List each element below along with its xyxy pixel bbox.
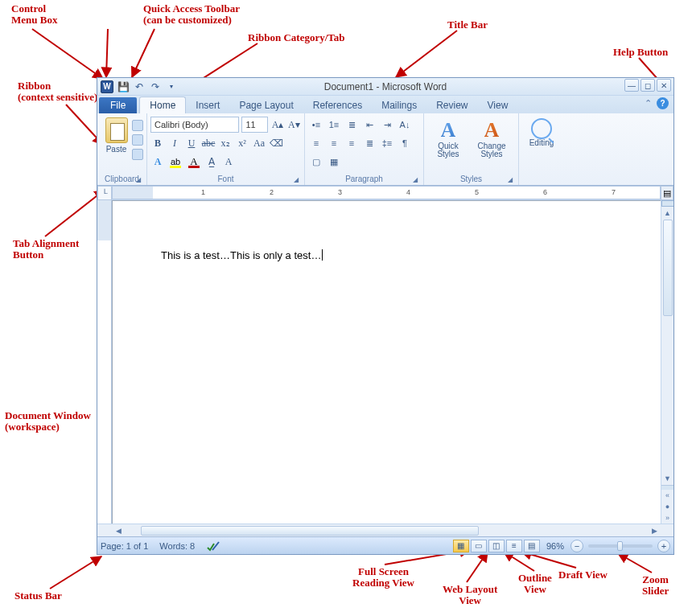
underline-button[interactable]: U <box>184 135 199 151</box>
title-bar: W 💾 ↶ ↷ ▾ Document1 - Microsoft Word — ◻… <box>97 78 673 96</box>
draft-view-button[interactable]: ▤ <box>524 540 540 552</box>
change-styles-button[interactable]: A ChangeStyles <box>471 118 513 158</box>
scroll-left-button[interactable]: ◀ <box>112 524 125 537</box>
font-color-button[interactable]: A <box>186 154 202 169</box>
help-button[interactable]: ? <box>657 97 669 109</box>
bold-button[interactable]: B <box>150 135 165 151</box>
show-marks-button[interactable]: ¶ <box>397 135 413 151</box>
anno-weblayout: Web LayoutView <box>443 584 497 607</box>
vertical-ruler[interactable] <box>97 200 112 524</box>
scroll-right-button[interactable]: ▶ <box>648 524 661 537</box>
quick-styles-button[interactable]: A QuickStyles <box>427 118 469 158</box>
print-layout-view-button[interactable]: ▦ <box>453 540 469 552</box>
page[interactable]: This is a test…This is only a test… <box>112 200 661 524</box>
sort-button[interactable]: A↓ <box>397 117 413 133</box>
increase-indent-button[interactable]: ⇥ <box>379 117 395 133</box>
outline-view-button[interactable]: ≡ <box>506 540 522 552</box>
tab-insert[interactable]: Insert <box>186 97 229 113</box>
cut-icon[interactable] <box>132 120 143 131</box>
line-spacing-button[interactable]: ‡≡ <box>379 135 395 151</box>
zoom-slider[interactable] <box>588 544 653 548</box>
document-area: This is a test…This is only a test… ▲ ▼ … <box>97 200 673 524</box>
tab-review[interactable]: Review <box>426 97 477 113</box>
horizontal-ruler[interactable]: 1 2 3 4 5 6 7 <box>112 186 661 199</box>
word-window: W 💾 ↶ ↷ ▾ Document1 - Microsoft Word — ◻… <box>97 77 674 555</box>
clear-formatting-button[interactable]: ⌫ <box>269 135 283 151</box>
tab-file[interactable]: File <box>99 97 137 113</box>
hscroll-thumb[interactable] <box>141 526 479 536</box>
anno-ribbon-tab: Ribbon Category/Tab <box>248 32 345 43</box>
ribbon-collapse-icon[interactable]: ⌃ <box>645 98 652 109</box>
character-shading-button[interactable]: A <box>221 154 236 170</box>
format-painter-icon[interactable] <box>132 149 143 160</box>
close-button[interactable]: ✕ <box>657 79 671 92</box>
minimize-button[interactable]: — <box>624 79 639 92</box>
vertical-scrollbar[interactable]: ▲ ▼ « ● » <box>661 200 673 524</box>
dialog-launcher-styles[interactable]: ◢ <box>505 175 515 184</box>
anno-title-bar: Title Bar <box>447 19 488 31</box>
browse-next-button[interactable]: » <box>661 512 673 524</box>
highlight-button[interactable]: ab <box>167 154 183 169</box>
subscript-button[interactable]: x₂ <box>218 135 233 151</box>
bullets-button[interactable]: •≡ <box>308 117 324 133</box>
tab-alignment-button[interactable]: └ <box>97 186 112 200</box>
strikethrough-button[interactable]: abc <box>201 135 216 151</box>
text-effects-button[interactable]: A <box>150 154 165 170</box>
character-border-button[interactable]: A̲ <box>204 154 219 170</box>
web-layout-view-button[interactable]: ◫ <box>488 540 505 552</box>
status-page[interactable]: Page: 1 of 1 <box>101 541 148 551</box>
anno-outline: OutlineView <box>518 573 552 596</box>
italic-button[interactable]: I <box>167 135 182 151</box>
maximize-button[interactable]: ◻ <box>641 79 655 92</box>
tab-view[interactable]: View <box>478 97 518 113</box>
document-text: This is a test…This is only a test… <box>161 249 321 261</box>
dialog-launcher-paragraph[interactable]: ◢ <box>410 175 420 184</box>
fullscreen-reading-view-button[interactable]: ▭ <box>471 540 487 552</box>
borders-button[interactable]: ▦ <box>326 154 342 170</box>
vscroll-track[interactable] <box>661 220 673 472</box>
justify-button[interactable]: ≣ <box>361 135 377 151</box>
tab-references[interactable]: References <box>303 97 372 113</box>
tab-page-layout[interactable]: Page Layout <box>229 97 303 113</box>
zoom-in-button[interactable]: + <box>657 540 670 552</box>
zoom-out-button[interactable]: − <box>570 540 583 552</box>
hscroll-track[interactable] <box>125 524 648 536</box>
status-words[interactable]: Words: 8 <box>159 541 195 551</box>
zoom-percent[interactable]: 96% <box>546 541 564 551</box>
font-size-combo[interactable]: 11 <box>241 117 268 133</box>
document-workspace[interactable]: This is a test…This is only a test… <box>112 200 661 524</box>
view-ruler-button[interactable]: ▤ <box>661 186 673 200</box>
scroll-up-button[interactable]: ▲ <box>661 207 673 220</box>
editing-button[interactable]: Editing <box>522 115 561 147</box>
tab-home[interactable]: Home <box>139 97 186 113</box>
zoom-slider-knob[interactable] <box>617 541 623 551</box>
numbering-button[interactable]: 1≡ <box>326 117 342 133</box>
grow-font-icon[interactable]: A▴ <box>270 117 284 133</box>
copy-icon[interactable] <box>132 134 143 146</box>
paste-button[interactable]: Paste <box>102 115 130 154</box>
group-font: Calibri (Body) 11 A▴ A▾ B I U abc x₂ x² … <box>147 113 305 185</box>
group-label-paragraph: Paragraph ◢ <box>308 173 420 185</box>
anno-ribbon: Ribbon(context sensitive) <box>18 80 97 104</box>
multilevel-button[interactable]: ≣ <box>344 117 360 133</box>
group-label-font: Font ◢ <box>150 173 301 185</box>
align-right-button[interactable]: ≡ <box>344 135 360 151</box>
vscroll-thumb[interactable] <box>663 220 673 316</box>
browse-prev-button[interactable]: « <box>661 490 673 501</box>
align-center-button[interactable]: ≡ <box>326 135 342 151</box>
decrease-indent-button[interactable]: ⇤ <box>361 117 377 133</box>
shrink-font-icon[interactable]: A▾ <box>287 117 301 133</box>
select-browse-object-button[interactable]: ● <box>661 501 673 512</box>
align-left-button[interactable]: ≡ <box>308 135 324 151</box>
scroll-down-button[interactable]: ▼ <box>661 472 673 485</box>
split-box[interactable] <box>661 200 674 207</box>
font-family-combo[interactable]: Calibri (Body) <box>150 117 239 133</box>
tab-mailings[interactable]: Mailings <box>372 97 426 113</box>
superscript-button[interactable]: x² <box>235 135 249 151</box>
dialog-launcher-font[interactable]: ◢ <box>291 175 301 184</box>
dialog-launcher-clipboard[interactable]: ◢ <box>134 175 143 184</box>
change-case-button[interactable]: Aa <box>252 135 266 151</box>
proofing-error-button[interactable] <box>206 540 220 552</box>
horizontal-scrollbar[interactable]: ◀ ▶ <box>97 524 673 536</box>
shading-button[interactable]: ▢ <box>308 154 324 170</box>
